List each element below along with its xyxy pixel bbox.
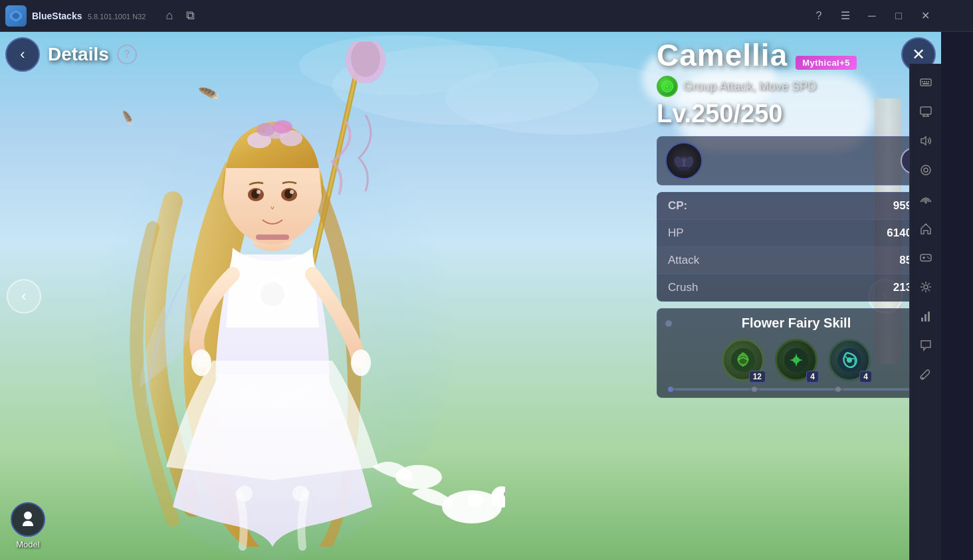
svg-rect-64 [920,254,931,261]
skill-item-2[interactable]: 4 [775,339,817,381]
menu-icon[interactable]: ☰ [837,8,853,24]
skill-item-1[interactable]: 12 [722,339,764,381]
progress-line-2 [760,389,833,391]
character-name: Camellia [657,37,788,73]
home-icon[interactable]: ⌂ [165,9,173,23]
character-type-row: Group Attack, Move SPD [657,76,936,97]
svg-point-28 [351,349,371,376]
cp-stat-row: CP: 95947 [657,193,935,220]
skill-progress-bar [668,388,924,391]
skill-2-level: 4 [806,371,819,383]
titlebar: BlueStacks 5.8.101.1001 N32 ⌂ ⧉ ? ☰ ─ □ … [0,0,973,32]
svg-point-26 [261,282,284,306]
back-button[interactable]: ‹ [5,37,40,72]
svg-point-69 [924,285,928,289]
skill-header: Flower Fairy Skill [665,316,927,331]
skill-1-level: 12 [749,371,766,383]
lotus-icon [665,142,703,179]
sidebar-chat[interactable] [914,333,938,357]
svg-point-62 [924,168,928,172]
crush-stat-row: Crush 21322 [657,274,935,301]
character-area [0,32,651,560]
svg-point-27 [191,349,211,376]
skill-dot-left [665,320,672,327]
sidebar-view[interactable] [914,158,938,182]
page-title: Details [48,44,109,65]
svg-point-67 [927,256,928,258]
type-icon [657,76,678,97]
app-logo [5,5,27,27]
skill-icons-row: 12 4 [665,339,927,381]
svg-point-35 [292,486,308,502]
progress-line-1 [676,389,749,391]
svg-point-23 [290,190,294,194]
hp-label: HP [668,227,684,240]
hp-stat-row: HP 614085 [657,220,935,247]
svg-point-63 [924,202,926,204]
svg-rect-71 [924,314,926,322]
nav-prev-button[interactable]: ‹ [7,279,41,314]
character-level: Lv.250/250 [657,100,936,128]
model-button[interactable]: Model [11,502,45,549]
sidebar-home[interactable] [914,217,938,240]
attack-stat-row: Attack 8528 [657,247,935,274]
svg-point-61 [921,165,930,175]
svg-rect-51 [920,79,931,86]
cp-label: CP: [668,199,687,213]
character-name-row: Camellia Mythical+5 [657,37,936,73]
stats-table: CP: 95947 HP 614085 Attack 8528 Crush 21… [657,192,936,302]
sidebar-game[interactable] [914,246,938,270]
character-type: Group Attack, Move SPD [683,80,816,94]
restore-icon[interactable]: □ [891,8,907,24]
sidebar-screen[interactable] [914,100,938,124]
svg-rect-55 [928,81,929,82]
model-label: Model [16,539,39,549]
close-window-icon[interactable]: ✕ [917,8,933,24]
skill-section-title: Flower Fairy Skill [672,316,920,331]
svg-rect-53 [924,81,925,82]
svg-rect-52 [922,81,923,82]
svg-point-50 [847,357,852,363]
svg-point-17 [272,120,292,134]
sidebar-keyboard[interactable] [914,70,938,94]
svg-point-16 [257,123,275,136]
skill-icon-row: + [657,136,936,185]
right-sidebar [909,64,941,560]
svg-rect-57 [920,107,931,114]
help-icon[interactable]: ? [811,8,827,24]
model-icon [11,502,45,537]
progress-line-3 [843,389,917,391]
copy-icon[interactable]: ⧉ [186,9,195,23]
svg-point-39 [666,85,669,88]
game-area: 🪶 🪶 🪶 [0,32,941,560]
skill-section: Flower Fairy Skill 12 [657,308,936,398]
svg-point-30 [467,494,483,507]
skill-3-level: 4 [859,371,872,383]
svg-point-34 [237,486,253,502]
crush-label: Crush [668,281,698,294]
sidebar-network[interactable] [914,187,938,211]
svg-point-68 [928,258,930,259]
svg-point-48 [793,357,800,363]
sidebar-stats[interactable] [914,304,938,328]
top-nav: ‹ Details ? [5,37,137,72]
progress-dot-2 [752,387,757,392]
svg-point-33 [395,465,442,489]
svg-point-44 [677,167,691,171]
progress-dot-3 [835,387,841,392]
attack-label: Attack [668,254,699,267]
titlebar-nav: ⌂ ⧉ [165,9,195,23]
svg-point-36 [24,512,32,519]
svg-rect-56 [922,83,929,84]
minimize-icon[interactable]: ─ [864,8,880,24]
svg-rect-24 [256,234,289,240]
help-button[interactable]: ? [117,45,137,64]
skill-item-3[interactable]: 4 [828,339,871,381]
sidebar-wrench[interactable] [914,363,938,387]
svg-rect-70 [921,318,923,322]
sidebar-volume[interactable] [914,129,938,153]
svg-point-73 [921,377,923,379]
svg-rect-54 [926,81,927,82]
progress-dot-1 [668,387,673,392]
sidebar-settings[interactable] [914,275,938,299]
